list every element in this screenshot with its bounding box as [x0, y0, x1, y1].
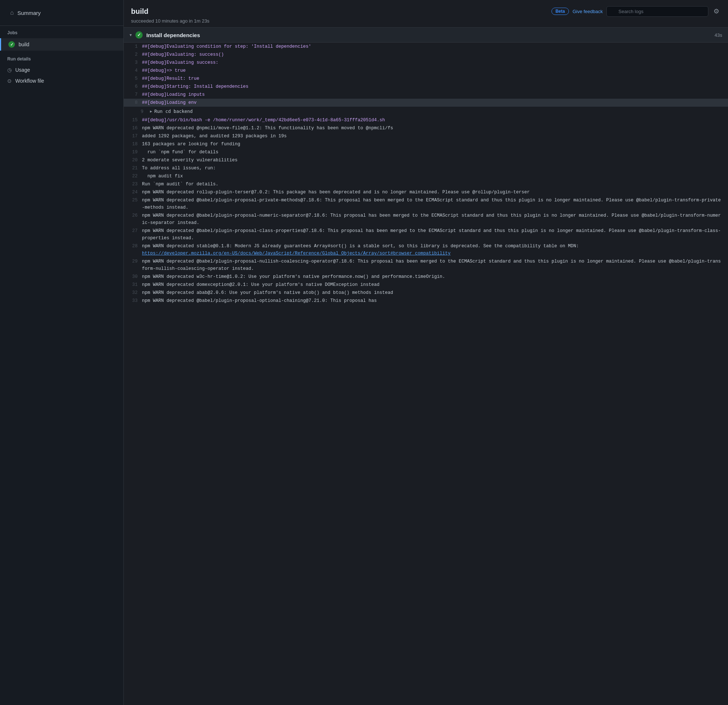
line-number: 4	[124, 67, 142, 74]
line-number: 20	[124, 156, 142, 164]
log-lines: 1##[debug]Evaluating condition for step:…	[124, 43, 728, 305]
main-header: build Beta Give feedback 🔍 ⚙ succeeded 1…	[124, 0, 728, 28]
sidebar-item-build[interactable]: build	[0, 38, 123, 51]
sidebar-item-summary[interactable]: ⌂ Summary	[3, 6, 120, 20]
normal-text: npm WARN deprecated rollup-plugin-terser…	[142, 190, 530, 195]
line-number: 19	[124, 149, 142, 156]
line-content: npm WARN deprecated domexception@2.0.1: …	[142, 281, 728, 288]
log-line: 23Run `npm audit` for details.	[124, 180, 728, 188]
search-input[interactable]	[607, 6, 708, 17]
header-top-right: Beta Give feedback 🔍 ⚙	[552, 6, 721, 17]
line-content: ##[debug]=> true	[142, 67, 728, 74]
summary-label: Summary	[17, 10, 41, 16]
sidebar-item-workflow-file[interactable]: ⊙ Workflow file	[0, 75, 123, 86]
normal-text: npm WARN deprecated domexception@2.0.1: …	[142, 282, 380, 287]
sidebar-item-usage[interactable]: ◷ Usage	[0, 64, 123, 75]
log-line: 27npm WARN deprecated @babel/plugin-prop…	[124, 227, 728, 242]
line-content: ##[debug]Evaluating success:	[142, 59, 728, 66]
normal-text: Run `npm audit` for details.	[142, 182, 218, 187]
line-content: npm audit fix	[142, 172, 728, 180]
build-job-label: build	[19, 42, 29, 47]
line-content: npm WARN deprecated w3c-hr-time@1.0.2: U…	[142, 273, 728, 280]
log-container[interactable]: ▾ Install dependencies 43s 1##[debug]Eva…	[124, 28, 728, 705]
line-content: npm WARN deprecated @babel/plugin-propos…	[142, 258, 728, 272]
line-number: 26	[124, 212, 142, 226]
line-number: 21	[124, 165, 142, 172]
main-content: build Beta Give feedback 🔍 ⚙ succeeded 1…	[124, 0, 728, 705]
normal-text: 163 packages are looking for funding	[142, 142, 240, 147]
line-content: npm WARN deprecated @babel/plugin-propos…	[142, 297, 728, 304]
line-content: npm WARN deprecated @babel/plugin-propos…	[142, 212, 728, 226]
line-content: ##[debug]Evaluating condition for step: …	[142, 43, 728, 50]
job-success-icon	[9, 41, 15, 48]
line-number: 25	[124, 197, 142, 211]
line-content: npm WARN deprecated rollup-plugin-terser…	[142, 189, 728, 196]
line-number: 22	[124, 172, 142, 180]
log-line: 30npm WARN deprecated w3c-hr-time@1.0.2:…	[124, 273, 728, 281]
normal-text: npm WARN deprecated @npmcli/move-file@1.…	[142, 126, 393, 131]
debug-text: ##[debug]Loading inputs	[142, 92, 205, 97]
line-number: 32	[124, 289, 142, 297]
line-number: 2	[124, 51, 142, 58]
warn-text: npm WARN deprecated stable@0.1.8: Modern…	[142, 244, 579, 249]
line-number: 8	[124, 99, 142, 106]
run-details-label: Run details	[0, 55, 123, 64]
usage-label: Usage	[15, 67, 30, 73]
line-content: ##[debug]/usr/bin/bash -e /home/runner/w…	[142, 117, 728, 124]
log-line: 3##[debug]Evaluating success:	[124, 59, 728, 67]
line-content: ##[debug]Loading env	[142, 99, 728, 106]
line-content: ##[debug]Loading inputs	[142, 91, 728, 98]
log-line: 33npm WARN deprecated @babel/plugin-prop…	[124, 297, 728, 305]
log-line: 22 npm audit fix	[124, 172, 728, 180]
debug-text: ##[debug]Result: true	[142, 76, 199, 81]
give-feedback-link[interactable]: Give feedback	[573, 9, 603, 14]
home-icon: ⌂	[10, 9, 14, 16]
line-number: 33	[124, 297, 142, 304]
link-text[interactable]: https://developer.mozilla.org/en-US/docs…	[142, 251, 451, 256]
log-line: 7##[debug]Loading inputs	[124, 91, 728, 99]
line-number: 31	[124, 281, 142, 288]
normal-text: npm WARN deprecated w3c-hr-time@1.0.2: U…	[142, 274, 445, 279]
workflow-file-label: Workflow file	[15, 78, 44, 84]
log-line: 19 run `npm fund` for details	[124, 148, 728, 156]
sidebar: ⌂ Summary Jobs build Run details ◷ Usage…	[0, 0, 124, 705]
step-name: Install dependencies	[146, 32, 200, 38]
log-line: 8##[debug]Loading env	[124, 99, 728, 107]
normal-text: run `npm fund` for details	[142, 150, 218, 155]
debug-text: ##[debug]/usr/bin/bash -e /home/runner/w…	[142, 117, 385, 123]
log-line: 15##[debug]/usr/bin/bash -e /home/runner…	[124, 116, 728, 124]
line-content: added 1292 packages, and audited 1293 pa…	[142, 133, 728, 140]
line-number: 15	[124, 117, 142, 124]
line-number: 30	[124, 273, 142, 280]
log-line: 24npm WARN deprecated rollup-plugin-ters…	[124, 188, 728, 196]
run-details-section: Run details ◷ Usage ⊙ Workflow file	[0, 51, 123, 91]
log-line: 2##[debug]Evaluating: success()	[124, 51, 728, 59]
line-content: ##[debug]Result: true	[142, 75, 728, 82]
normal-text: npm WARN deprecated @babel/plugin-propos…	[142, 298, 377, 303]
settings-button[interactable]: ⚙	[712, 6, 721, 17]
step-chevron-icon[interactable]: ▾	[130, 32, 132, 38]
log-line: 26npm WARN deprecated @babel/plugin-prop…	[124, 211, 728, 227]
log-line: 5##[debug]Result: true	[124, 75, 728, 83]
expand-label: Run cd backend	[155, 108, 192, 115]
line-number: 29	[124, 258, 142, 272]
line-content: ##[debug]Evaluating: success()	[142, 51, 728, 58]
header-subtitle: succeeded 10 minutes ago in 1m 23s	[131, 18, 721, 24]
log-line: 6##[debug]Starting: Install dependencies	[124, 83, 728, 91]
line-number: 7	[124, 91, 142, 98]
beta-badge: Beta	[552, 8, 569, 15]
line-content: npm WARN deprecated @npmcli/move-file@1.…	[142, 124, 728, 132]
normal-text: npm WARN deprecated @babel/plugin-propos…	[142, 213, 721, 226]
normal-text: npm WARN deprecated @babel/plugin-propos…	[142, 228, 721, 241]
normal-text: added 1292 packages, and audited 1293 pa…	[142, 134, 287, 139]
page-title: build	[131, 7, 149, 16]
line-number: 23	[124, 181, 142, 188]
line-number: 24	[124, 189, 142, 196]
debug-text: ##[debug]Loading env	[142, 100, 196, 105]
line-content: npm WARN deprecated abab@2.0.6: Use your…	[142, 289, 728, 297]
line-number: 3	[124, 59, 142, 66]
log-line: 28npm WARN deprecated stable@0.1.8: Mode…	[124, 242, 728, 258]
log-expand-row[interactable]: 9▶ Run cd backend	[124, 107, 728, 116]
line-content: run `npm fund` for details	[142, 149, 728, 156]
timer-icon: ◷	[7, 67, 12, 73]
